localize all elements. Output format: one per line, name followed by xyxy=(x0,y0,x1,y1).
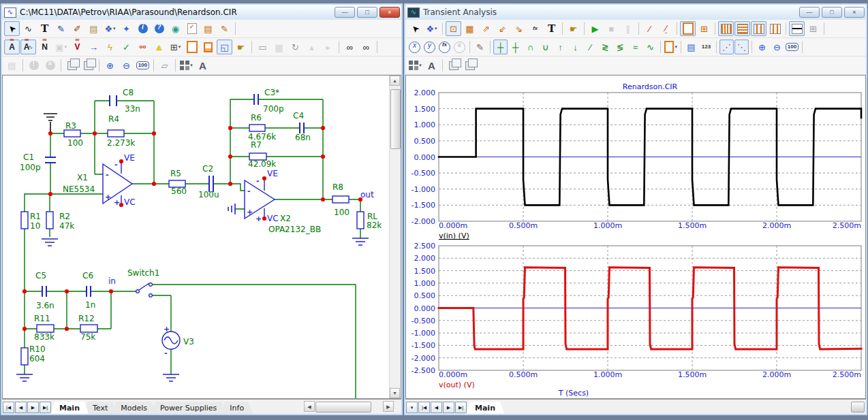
label-C5[interactable]: C5 xyxy=(35,271,46,280)
scroll-thumb[interactable] xyxy=(851,402,865,413)
select-tool-button[interactable]: ➤ xyxy=(4,21,20,36)
label-X1-minus[interactable]: - xyxy=(106,170,109,179)
label-X1-ve-minus[interactable]: - xyxy=(114,160,118,169)
schematic-drawing[interactable]: R3100R42.273kC833nC1100pX1NE5534VEVCR110… xyxy=(3,76,401,399)
show-conditions-button[interactable]: ✓ xyxy=(119,39,134,54)
tile-panes-button[interactable]: ▾ xyxy=(179,58,194,73)
label-R2-value[interactable]: 47k xyxy=(59,221,74,231)
label-C4-value[interactable]: 68n xyxy=(295,133,311,142)
label-V3-minus[interactable]: - xyxy=(164,349,168,357)
find-again-button[interactable]: ∞ xyxy=(358,39,374,54)
bring-to-front-button[interactable] xyxy=(446,58,461,73)
slope-button[interactable]: ∕ xyxy=(583,39,598,54)
label-C8[interactable]: C8 xyxy=(123,88,134,97)
next-tab-button[interactable]: ▶ xyxy=(27,402,39,413)
label-R12-value[interactable]: 75k xyxy=(80,332,95,342)
next-data-point-button[interactable]: ┼ xyxy=(508,39,523,54)
text-tool-button[interactable]: T xyxy=(544,21,559,36)
go-to-y-button[interactable]: y xyxy=(422,39,437,54)
branch-tree-button[interactable]: ∿ xyxy=(643,39,657,54)
browse-web-button[interactable]: ◉ xyxy=(168,21,183,36)
title-block-editor-button[interactable]: ✎ xyxy=(217,21,232,36)
slope-tag-left-button[interactable]: ∕ xyxy=(642,21,657,36)
info-tool-button[interactable]: i xyxy=(135,21,151,36)
label-X2-model[interactable]: OPA2132_BB xyxy=(268,225,321,234)
line-tool-button[interactable]: ✎ xyxy=(53,21,69,36)
show-power-button[interactable]: ϟ xyxy=(102,39,118,54)
show-voltage-states-button[interactable]: V xyxy=(69,39,85,54)
label-C8-value[interactable]: 33n xyxy=(125,104,140,114)
label-Switch1[interactable]: Switch1 xyxy=(127,268,159,278)
tab-power-supplies[interactable]: Power Supplies xyxy=(151,402,226,414)
label-R1-value[interactable]: 10 xyxy=(30,221,40,231)
border-display-button[interactable]: ▤ xyxy=(200,21,216,36)
label-C3[interactable]: C3* xyxy=(264,88,279,97)
properties-button[interactable]: ☛ xyxy=(233,39,249,54)
label-C2-value[interactable]: 100u xyxy=(198,190,219,199)
show-currents-button[interactable]: → xyxy=(86,39,102,54)
go-to-x-button[interactable]: x xyxy=(407,39,422,54)
label-X1[interactable]: X1 xyxy=(77,173,88,182)
page-add-button[interactable] xyxy=(184,39,200,54)
schematic-vertical-scrollbar[interactable]: ▲ ▼ xyxy=(389,76,401,398)
source-V3[interactable] xyxy=(162,332,180,349)
tab-text[interactable]: Text xyxy=(84,402,117,414)
label-R6[interactable]: R6 xyxy=(251,113,262,123)
label-C5-value[interactable]: 3.6n xyxy=(36,301,55,310)
tracker-button[interactable]: ⊞ xyxy=(805,21,821,36)
tab-main[interactable]: Main xyxy=(50,402,89,414)
minimize-button[interactable]: — xyxy=(335,7,355,18)
performance-tag-mode-button[interactable]: fx xyxy=(527,21,543,36)
label-R7[interactable]: R7 xyxy=(251,140,262,150)
show-warnings-button[interactable]: ▲ xyxy=(151,39,167,54)
scroll-right-button[interactable]: ▶ xyxy=(383,401,394,412)
minimize-button[interactable]: — xyxy=(799,7,820,18)
zoom-in-button[interactable]: ⊕ xyxy=(755,39,769,54)
label-R4[interactable]: R4 xyxy=(108,114,119,124)
peak-button[interactable]: ∩ xyxy=(523,39,538,54)
label-R5[interactable]: R5 xyxy=(170,169,181,178)
label-C1[interactable]: C1 xyxy=(23,152,34,162)
scroll-thumb[interactable] xyxy=(390,89,401,149)
align-cursors-left-button[interactable]: ⋰ xyxy=(719,39,734,54)
label-VE1[interactable]: VE xyxy=(124,153,135,163)
label-R2[interactable]: R2 xyxy=(59,212,70,221)
label-X2-plus[interactable]: + xyxy=(247,208,253,216)
plot-area[interactable]: 2.0001.5001.0000.5000.000-0.500-1.000-1.… xyxy=(405,75,866,399)
last-tab-button[interactable]: ▶| xyxy=(455,402,467,413)
bars-right-button[interactable] xyxy=(767,21,783,36)
cursor-mode-button[interactable]: ⇗ xyxy=(478,21,494,36)
box-region-button[interactable]: ▭ xyxy=(255,39,270,54)
tokens-button[interactable]: ⊞ xyxy=(696,21,712,36)
tile-panes-button[interactable]: ▾ xyxy=(407,58,423,73)
inflection-button[interactable]: ≷ xyxy=(598,39,613,54)
high-button[interactable]: ↑ xyxy=(553,39,568,54)
pan-mode-button[interactable]: ▦ xyxy=(462,21,478,36)
label-R8[interactable]: R8 xyxy=(332,182,343,192)
scroll-thumb[interactable] xyxy=(315,402,371,413)
label-VC2[interactable]: VC xyxy=(267,214,279,223)
text-tool-button[interactable]: T xyxy=(37,21,52,36)
first-tab-button[interactable]: |◀ xyxy=(418,402,430,413)
label-RL[interactable]: RL xyxy=(367,212,377,221)
label-C4[interactable]: C4 xyxy=(293,111,304,120)
low-button[interactable]: ↓ xyxy=(568,39,583,54)
label-R8-value[interactable]: 100 xyxy=(334,208,350,217)
page-flip-button[interactable]: ▱ xyxy=(157,58,172,73)
stripes-vertical-button[interactable] xyxy=(718,21,734,36)
grid-display-button[interactable]: ⊞▾ xyxy=(168,39,183,54)
label-VC1[interactable]: VC xyxy=(124,197,136,207)
label-V3-plus[interactable]: + xyxy=(164,325,170,334)
label-X2-ve-minus[interactable]: - xyxy=(256,176,260,185)
cursor-select-button[interactable]: ┼ xyxy=(493,39,508,54)
next-tab-button[interactable]: ▶ xyxy=(443,402,454,413)
label-in[interactable]: in xyxy=(108,276,116,286)
label-R5-value[interactable]: 560 xyxy=(171,187,187,196)
zoom-in-button[interactable]: ⊕ xyxy=(102,58,118,73)
label-R10[interactable]: R10 xyxy=(29,344,46,354)
label-X2-vc-plus[interactable]: + xyxy=(255,214,262,223)
label-V3[interactable]: V3 xyxy=(183,337,194,346)
design-checklist-button[interactable]: ✓ xyxy=(184,21,200,36)
component-shapes-button[interactable]: ❖▾ xyxy=(102,21,118,36)
label-RL-value[interactable]: 82k xyxy=(367,221,382,230)
